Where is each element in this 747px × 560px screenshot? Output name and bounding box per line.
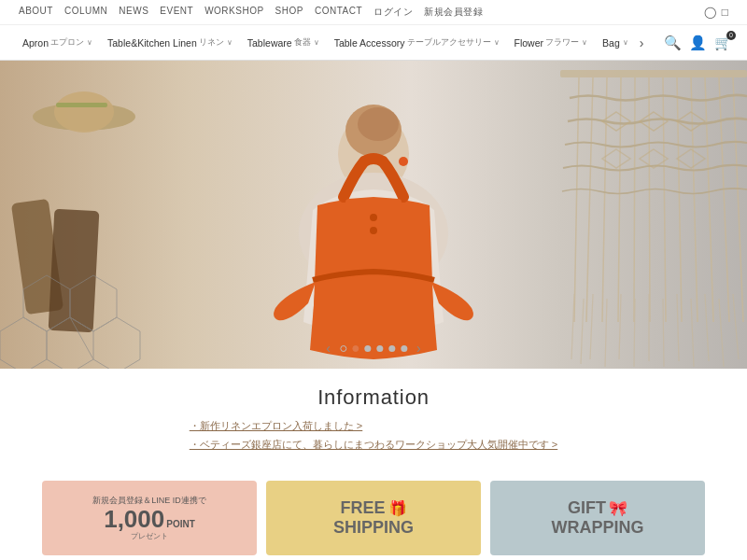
nav-actions: 🔍 👤 🛒 0 [664,35,732,51]
information-links: ・新作リネンエプロン入荷しました > ・ベティーズ銀座店にて、暮らしにまつわるワ… [190,419,557,456]
nav-item-apron[interactable]: Apron エプロン ∨ [15,25,100,60]
nav-jp-flower: フラワー [545,36,579,49]
svg-line-24 [634,77,635,322]
nav-jp-table-accessory: テーブルアクセサリー [407,36,491,49]
carousel-next-button[interactable]: › [413,341,425,356]
social-icons: ◯ □ [704,6,728,19]
nav-item-table-accessory[interactable]: Table Accessory テーブルアクセサリー ∨ [327,25,507,60]
nav-label-flower: Flower [514,37,544,49]
carousel-controls: ‹ › [322,341,424,356]
banner-points-unit: POINT [166,519,195,529]
topbar-shop[interactable]: SHOP [275,6,303,19]
topbar-column[interactable]: COLUMN [64,6,107,19]
banner-card-wrapping[interactable]: GIFT 🎀 WRAPPING [490,481,705,555]
chevron-flower-icon: ∨ [582,38,587,47]
nav-item-flower[interactable]: Flower フラワー ∨ [507,25,596,60]
banner-wrapping-icon: 🎀 [609,499,627,517]
banner-card-points[interactable]: 新規会員登録＆LINE ID連携で 1,000 POINT プレゼント [42,481,257,555]
cart-count: 0 [726,31,736,40]
search-icon[interactable]: 🔍 [664,35,682,51]
carousel-dot-5[interactable] [388,345,395,352]
chevron-tableware-icon: ∨ [314,38,319,47]
nav-item-bag[interactable]: Bag ∨ [595,25,636,60]
nav-jp-tableware: 食器 [294,36,311,49]
chevron-bag-icon: ∨ [623,38,628,47]
carousel-dot-6[interactable] [401,345,407,352]
nav-label-tableware: Tableware [247,37,292,49]
chevron-apron-icon: ∨ [87,38,92,47]
banner-points-sub: プレゼント [131,531,168,541]
nav-item-tableware[interactable]: Tableware 食器 ∨ [240,25,327,60]
top-bar: ABOUT COLUMN NEWS EVENT WORKSHOP SHOP CO… [0,0,747,25]
information-title: Information [19,385,728,410]
topbar-workshop[interactable]: WORKSHOP [204,6,263,19]
chevron-linen-icon: ∨ [227,38,233,47]
nav-label-table-accessory: Table Accessory [334,37,405,49]
banner-shipping-label: SHIPPING [333,518,414,538]
hero-background [0,61,747,369]
svg-point-14 [399,157,408,166]
topbar-contact[interactable]: CONTACT [315,6,362,19]
banner-card-shipping[interactable]: FREE 🎁 SHIPPING [266,481,481,555]
info-link-1[interactable]: ・新作リネンエプロン入荷しました > [190,419,557,433]
nav-more-button[interactable]: › [636,35,648,50]
carousel-dot-1[interactable] [340,345,346,352]
instagram-icon[interactable]: ◯ [704,6,716,19]
svg-rect-19 [560,70,747,77]
banner-row: 新規会員登録＆LINE ID連携で 1,000 POINT プレゼント FREE… [0,469,747,555]
svg-rect-5 [49,209,100,332]
topbar-login[interactable]: ログイン [374,6,413,19]
topbar-about[interactable]: ABOUT [19,6,53,19]
banner-shipping-free: FREE [340,498,385,518]
nav-jp-linen: リネン [199,36,224,49]
carousel-dot-3[interactable] [364,345,371,352]
svg-point-17 [370,214,377,221]
nav-item-linen[interactable]: Table&Kitchen Linen リネン ∨ [100,25,240,60]
twitter-icon[interactable]: □ [722,6,728,19]
nav-jp-apron: エプロン [50,36,84,49]
information-section: Information ・新作リネンエプロン入荷しました > ・ベティーズ銀座店… [0,369,747,469]
banner-shipping-icon: 🎁 [388,499,407,517]
topbar-event[interactable]: EVENT [160,6,193,19]
cart-icon[interactable]: 🛒 0 [714,35,732,51]
svg-rect-3 [56,103,107,107]
chevron-table-accessory-icon: ∨ [494,38,500,47]
carousel-dot-2[interactable] [352,345,359,352]
carousel-prev-button[interactable]: ‹ [322,341,334,356]
svg-point-18 [370,227,377,234]
hero-section: ‹ › [0,61,747,369]
banner-wrapping-label: WRAPPING [552,518,644,538]
info-link-2[interactable]: ・ベティーズ銀座店にて、暮らしにまつわるワークショップ大人気開催中です > [190,438,557,452]
main-nav: Apron エプロン ∨ Table&Kitchen Linen リネン ∨ T… [0,25,747,61]
carousel-dot-4[interactable] [376,345,383,352]
nav-label-apron: Apron [22,37,49,49]
banner-points-amount: 1,000 [104,507,164,531]
account-icon[interactable]: 👤 [689,35,707,51]
top-bar-nav: ABOUT COLUMN NEWS EVENT WORKSHOP SHOP CO… [19,6,483,19]
banner-wrapping-gift: GIFT [568,498,606,518]
nav-label-bag: Bag [602,37,620,49]
svg-point-13 [358,107,399,141]
topbar-register[interactable]: 新規会員登録 [424,6,483,19]
nav-label-linen: Table&Kitchen Linen [107,37,197,49]
svg-point-2 [54,91,114,133]
topbar-news[interactable]: NEWS [119,6,148,19]
